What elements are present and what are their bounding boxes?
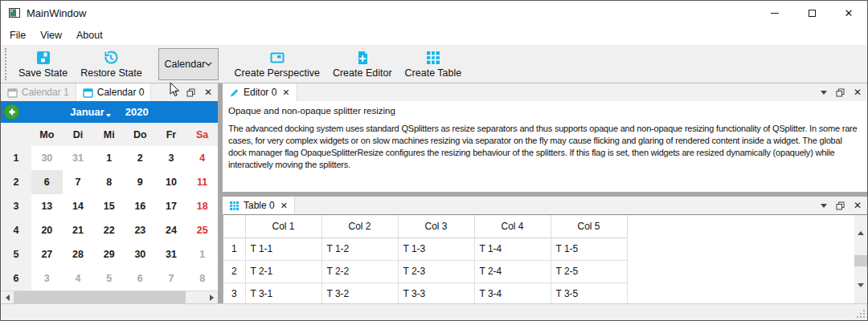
calendar-day[interactable]: 4 — [63, 266, 94, 291]
tab-close-icon[interactable]: ✕ — [282, 88, 289, 97]
calendar-day[interactable]: 22 — [93, 218, 125, 242]
dock-close-icon[interactable]: ✕ — [204, 87, 212, 97]
row-header[interactable]: 2 — [223, 260, 245, 282]
calendar-day[interactable]: 9 — [125, 170, 156, 194]
calendar-day[interactable]: 20 — [31, 218, 63, 242]
calendar-day[interactable]: 23 — [125, 218, 156, 242]
calendar-day[interactable]: 4 — [186, 146, 218, 170]
tab-calendar-0[interactable]: Calendar 0 — [76, 83, 152, 101]
row-header[interactable]: 3 — [223, 282, 245, 303]
table-cell[interactable]: T 2-1 — [245, 260, 321, 282]
calendar-day[interactable]: 30 — [125, 242, 156, 266]
table-cell[interactable]: T 1-2 — [321, 238, 398, 260]
calendar-day[interactable]: 24 — [156, 218, 187, 242]
scroll-left-button[interactable] — [1, 291, 14, 303]
week-number: 2 — [1, 170, 31, 194]
calendar-day[interactable]: 6 — [31, 170, 63, 194]
calendar-day[interactable]: 6 — [125, 266, 156, 291]
dock-float-icon[interactable] — [836, 88, 845, 97]
column-header[interactable]: Col 2 — [321, 215, 398, 238]
table-cell[interactable]: T 2-5 — [551, 260, 627, 282]
minimize-button[interactable] — [756, 1, 793, 25]
calendar-day[interactable]: 11 — [186, 170, 218, 194]
calendar-day[interactable]: 5 — [93, 266, 125, 291]
calendar-day[interactable]: 15 — [93, 194, 125, 218]
vertical-scroll-thumb[interactable] — [854, 255, 867, 267]
table-cell[interactable]: T 1-3 — [398, 238, 474, 260]
column-header[interactable]: Col 3 — [398, 215, 474, 238]
calendar-day[interactable]: 10 — [156, 170, 187, 194]
dock-close-icon[interactable]: ✕ — [854, 87, 862, 97]
calendar-day[interactable]: 3 — [156, 146, 187, 170]
size-grip[interactable] — [857, 310, 865, 318]
row-header[interactable]: 1 — [223, 238, 245, 260]
maximize-button[interactable] — [793, 1, 830, 25]
calendar-day[interactable]: 25 — [186, 218, 218, 242]
dock-menu-icon[interactable] — [821, 204, 827, 208]
table-cell[interactable]: T 2-2 — [321, 260, 398, 282]
calendar-day[interactable]: 18 — [186, 194, 218, 218]
calendar-day[interactable]: 1 — [186, 242, 218, 266]
editor-content[interactable]: Opaque and non-opaque splitter resizing … — [223, 101, 867, 192]
perspective-dropdown[interactable]: Calendar — [158, 48, 219, 80]
week-number: 6 — [1, 266, 31, 291]
close-button[interactable]: ✕ — [830, 1, 867, 25]
table-cell[interactable]: T 2-4 — [474, 260, 551, 282]
table-cell[interactable]: T 1-4 — [474, 238, 551, 260]
table-cell[interactable]: T 3-1 — [245, 282, 321, 303]
menu-about[interactable]: About — [69, 27, 110, 43]
dock-menu-icon[interactable] — [821, 91, 827, 95]
calendar-day[interactable]: 13 — [31, 194, 63, 218]
table-cell[interactable]: T 3-2 — [321, 282, 398, 303]
create-table-button[interactable]: Create Table — [399, 46, 469, 83]
create-editor-button[interactable]: Create Editor — [326, 46, 399, 83]
dock-close-icon[interactable]: ✕ — [854, 201, 862, 210]
table-cell[interactable]: T 1-5 — [551, 238, 627, 260]
year-button[interactable]: 2020 — [125, 106, 149, 118]
dock-float-icon[interactable] — [186, 88, 195, 97]
restore-state-button[interactable]: Restore State — [74, 46, 148, 83]
horizontal-scroll-thumb[interactable] — [14, 291, 186, 303]
calendar-day[interactable]: 30 — [31, 146, 63, 170]
month-button[interactable]: Januar — [70, 106, 111, 118]
create-perspective-button[interactable]: Create Perspective — [228, 46, 326, 83]
calendar-day[interactable]: 28 — [63, 242, 94, 266]
tab-calendar-1[interactable]: Calendar 1 — [1, 83, 76, 101]
table-cell[interactable]: T 2-3 — [398, 260, 474, 282]
menu-file[interactable]: File — [2, 27, 33, 43]
scroll-up-button[interactable] — [854, 215, 867, 252]
tab-close-icon[interactable]: ✕ — [280, 201, 288, 210]
scroll-right-button[interactable] — [205, 291, 218, 303]
table-cell[interactable]: T 3-5 — [551, 282, 627, 303]
save-state-button[interactable]: Save State — [12, 46, 74, 83]
table-cell[interactable]: T 3-4 — [474, 282, 551, 303]
calendar-day[interactable]: 21 — [63, 218, 94, 242]
scroll-down-button[interactable] — [854, 266, 867, 303]
calendar-day[interactable]: 2 — [125, 146, 156, 170]
calendar-day[interactable]: 27 — [31, 242, 63, 266]
calendar-day[interactable]: 1 — [93, 146, 125, 170]
column-header[interactable]: Col 1 — [245, 215, 321, 238]
tab-editor-0[interactable]: Editor 0 ✕ — [223, 83, 297, 101]
calendar-day[interactable]: 7 — [63, 170, 94, 194]
calendar-day[interactable]: 8 — [186, 266, 218, 291]
dock-menu-icon[interactable] — [171, 91, 178, 95]
tab-table-0[interactable]: Table 0 ✕ — [223, 197, 295, 214]
menu-view[interactable]: View — [33, 27, 69, 43]
calendar-day[interactable]: 31 — [156, 242, 187, 266]
calendar-day[interactable]: 14 — [63, 194, 94, 218]
calendar-day[interactable]: 17 — [156, 194, 187, 218]
calendar-day[interactable]: 31 — [63, 146, 94, 170]
toolbar-drag-handle[interactable] — [5, 48, 8, 80]
calendar-day[interactable]: 29 — [93, 242, 125, 266]
calendar-day[interactable]: 7 — [156, 266, 187, 291]
dock-float-icon[interactable] — [836, 201, 845, 210]
previous-month-button[interactable] — [3, 104, 20, 120]
table-cell[interactable]: T 1-1 — [245, 238, 321, 260]
table-cell[interactable]: T 3-3 — [398, 282, 474, 303]
column-header[interactable]: Col 4 — [474, 215, 551, 238]
calendar-day[interactable]: 16 — [125, 194, 156, 218]
column-header[interactable]: Col 5 — [551, 215, 627, 238]
calendar-day[interactable]: 8 — [93, 170, 125, 194]
calendar-day[interactable]: 3 — [31, 266, 63, 291]
